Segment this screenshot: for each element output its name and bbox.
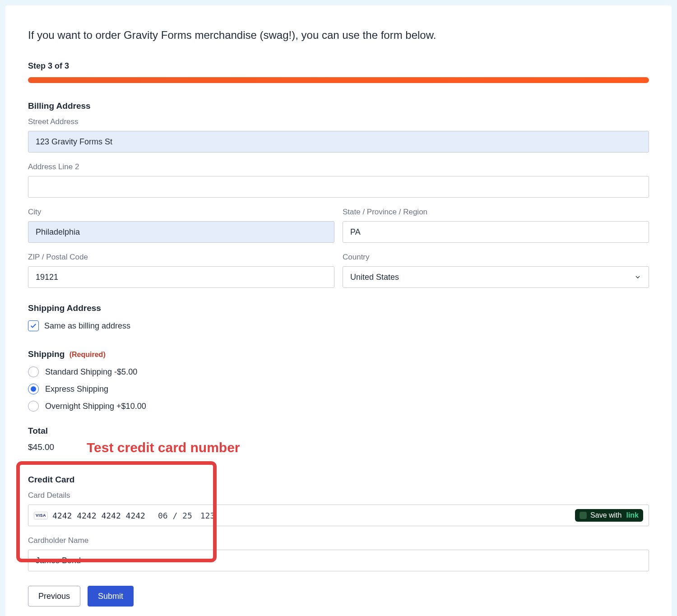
card-cvc: 123 <box>200 511 215 520</box>
street-label: Street Address <box>28 117 649 126</box>
intro-text: If you want to order Gravity Forms merch… <box>28 29 649 42</box>
step-indicator: Step 3 of 3 <box>28 61 649 71</box>
same-as-billing-checkbox[interactable] <box>28 320 39 331</box>
line2-label: Address Line 2 <box>28 162 649 171</box>
line2-input[interactable] <box>28 176 649 198</box>
state-label: State / Province / Region <box>343 208 649 217</box>
credit-card-title: Credit Card <box>28 475 649 485</box>
zip-label: ZIP / Postal Code <box>28 253 334 262</box>
card-expiry: 06 / 25 <box>158 511 192 520</box>
chevron-down-icon <box>634 273 641 281</box>
check-icon <box>30 322 37 329</box>
cardholder-label: Cardholder Name <box>28 536 649 545</box>
shipping-option-standard[interactable]: Standard Shipping -$5.00 <box>28 366 649 377</box>
annotation-label: Test credit card number <box>87 440 240 455</box>
required-badge: (Required) <box>70 351 106 358</box>
country-select[interactable]: United States <box>343 266 649 288</box>
country-label: Country <box>343 253 649 262</box>
card-details-label: Card Details <box>28 491 649 500</box>
form-card: If you want to order Gravity Forms merch… <box>5 5 672 616</box>
billing-title: Billing Address <box>28 101 649 111</box>
shipping-option-overnight[interactable]: Overnight Shipping +$10.00 <box>28 401 649 412</box>
state-input[interactable] <box>343 221 649 243</box>
progress-bar <box>28 77 649 83</box>
link-square-icon <box>580 512 587 519</box>
submit-button[interactable]: Submit <box>88 586 134 607</box>
previous-button[interactable]: Previous <box>28 586 80 607</box>
radio-label: Standard Shipping -$5.00 <box>45 367 137 377</box>
country-value: United States <box>350 273 399 282</box>
radio-icon <box>28 401 39 412</box>
total-title: Total <box>28 426 649 436</box>
card-details-input[interactable]: VISA 4242 4242 4242 4242 06 / 25 123 Sav… <box>28 505 649 526</box>
radio-icon <box>28 366 39 377</box>
radio-icon <box>28 384 39 394</box>
same-as-billing-label: Same as billing address <box>44 321 130 331</box>
radio-label: Overnight Shipping +$10.00 <box>45 402 146 411</box>
shipping-title: Shipping <box>28 349 65 359</box>
city-input[interactable] <box>28 221 334 243</box>
save-with-link-button[interactable]: Save with link <box>575 509 643 522</box>
street-input[interactable] <box>28 131 649 153</box>
zip-input[interactable] <box>28 266 334 288</box>
card-number: 4242 4242 4242 4242 <box>52 511 145 520</box>
visa-icon: VISA <box>34 512 48 519</box>
shipping-address-title: Shipping Address <box>28 303 649 313</box>
shipping-option-express[interactable]: Express Shipping <box>28 384 649 394</box>
cardholder-input[interactable] <box>28 550 649 571</box>
radio-label: Express Shipping <box>45 384 108 394</box>
save-with-text: Save with <box>590 511 621 519</box>
city-label: City <box>28 208 334 217</box>
link-brand-text: link <box>626 511 639 519</box>
